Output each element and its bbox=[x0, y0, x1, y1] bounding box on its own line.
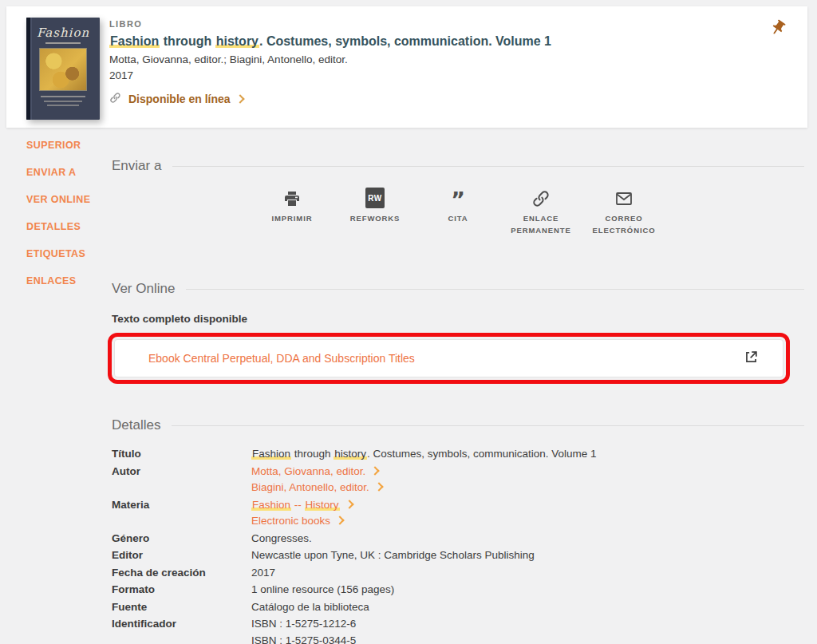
record-year: 2017 bbox=[109, 69, 752, 81]
chevron-right-icon bbox=[374, 483, 383, 492]
book-cover-thumbnail: Fashion bbox=[26, 18, 100, 120]
detail-value: Motta, Giovanna, editor. Biagini, Antone… bbox=[251, 464, 382, 496]
highlighted-term: Fashion bbox=[251, 499, 291, 511]
ebook-central-link[interactable]: Ebook Central Perpetual, DDA and Subscri… bbox=[148, 352, 744, 365]
availability-link-icon bbox=[109, 92, 121, 106]
detail-row-formato: Formato 1 online resource (156 pages) bbox=[112, 582, 804, 599]
author-link[interactable]: Motta, Giovanna, editor. bbox=[251, 464, 365, 480]
detail-label: Identificador bbox=[112, 616, 251, 644]
detail-row-titulo: Título Fashion through history. Costumes… bbox=[112, 446, 804, 463]
send-to-actions: IMPRIMIR RW REFWORKS ” CITA bbox=[112, 187, 804, 236]
sidebar-item-ver-online[interactable]: VER ONLINE bbox=[26, 192, 106, 207]
chevron-right-icon bbox=[371, 466, 380, 475]
detail-row-editor: Editor Newcastle upon Tyne, UK : Cambrid… bbox=[112, 547, 804, 564]
isbn-value: ISBN : 1-5275-1212-6 bbox=[251, 616, 356, 633]
record-title: Fashion through history. Costumes, symbo… bbox=[109, 34, 752, 49]
book-cover-title: Fashion bbox=[26, 26, 100, 40]
detail-value: Newcastle upon Tyne, UK : Cambridge Scho… bbox=[251, 547, 535, 564]
permalink-icon bbox=[499, 187, 582, 208]
section-heading-view-online: Ver Online bbox=[112, 281, 804, 297]
detail-label: Editor bbox=[112, 547, 251, 564]
section-heading-send-to: Enviar a bbox=[112, 158, 804, 174]
chevron-right-icon bbox=[345, 500, 353, 508]
sidebar-item-detalles[interactable]: DETALLES bbox=[26, 219, 106, 235]
citation-icon: ” bbox=[416, 187, 499, 208]
pin-record-button[interactable] bbox=[769, 19, 787, 37]
email-button[interactable]: CORREO ELECTRÓNICO bbox=[582, 187, 665, 236]
detail-value: Fashion -- History Electronic books bbox=[251, 497, 353, 530]
sidebar-item-enlaces[interactable]: ENLACES bbox=[26, 273, 106, 289]
record-section-nav: SUPERIOR ENVIAR A VER ONLINE DETALLES ET… bbox=[26, 137, 106, 300]
detail-row-genero: Género Congresses. bbox=[112, 531, 804, 547]
details-table: Título Fashion through history. Costumes… bbox=[112, 446, 804, 644]
refworks-icon: RW bbox=[334, 187, 416, 208]
fulltext-available-label: Texto completo disponible bbox=[112, 313, 804, 325]
detail-value: Catálogo de la biblioteca bbox=[251, 599, 369, 616]
sidebar-item-enviar-a[interactable]: ENVIAR A bbox=[26, 164, 106, 180]
detail-value: ISBN : 1-5275-1212-6 ISBN : 1-5275-0344-… bbox=[251, 616, 356, 644]
detail-row-fecha: Fecha de creación 2017 bbox=[112, 565, 804, 582]
chevron-right-icon bbox=[335, 516, 344, 525]
detail-row-materia: Materia Fashion -- History Electronic bo… bbox=[112, 497, 804, 530]
detail-value: Fashion through history. Costumes, symbo… bbox=[251, 446, 596, 463]
section-divider bbox=[172, 166, 804, 167]
book-cover-art bbox=[39, 48, 87, 91]
author-link[interactable]: Biagini, Antonello, editor. bbox=[251, 480, 369, 496]
detail-label: Autor bbox=[112, 464, 251, 496]
isbn-value: ISBN : 1-5275-0344-5 bbox=[251, 633, 356, 644]
record-header-card: Fashion LIBRO Fashion through history. C… bbox=[6, 6, 807, 128]
highlighted-term: history bbox=[334, 448, 367, 460]
subject-link[interactable]: Fashion -- History bbox=[251, 497, 340, 514]
email-icon bbox=[582, 187, 665, 208]
detail-label: Género bbox=[112, 531, 251, 547]
red-highlight-annotation: Ebook Central Perpetual, DDA and Subscri… bbox=[108, 333, 790, 384]
section-send-to: Enviar a IMPRIMIR RW REF bbox=[112, 158, 804, 236]
detail-label: Formato bbox=[112, 582, 251, 599]
section-view-online: Ver Online Texto completo disponible Ebo… bbox=[112, 281, 804, 384]
record-full-view: Enviar a IMPRIMIR RW REF bbox=[112, 128, 804, 644]
section-heading-details: Detalles bbox=[112, 417, 804, 433]
detail-row-fuente: Fuente Catálogo de la biblioteca bbox=[112, 599, 804, 616]
detail-row-autor: Autor Motta, Giovanna, editor. Biagini, … bbox=[112, 464, 804, 496]
record-authors: Motta, Giovanna, editor.; Biagini, Anton… bbox=[109, 53, 752, 65]
external-link-icon bbox=[744, 350, 759, 368]
highlighted-term: History bbox=[305, 499, 340, 511]
record-info: LIBRO Fashion through history. Costumes,… bbox=[109, 19, 752, 106]
section-divider bbox=[172, 425, 804, 426]
sidebar-item-superior[interactable]: SUPERIOR bbox=[26, 137, 106, 153]
detail-row-identificador: Identificador ISBN : 1-5275-1212-6 ISBN … bbox=[112, 616, 804, 644]
highlighted-term: Fashion bbox=[109, 34, 160, 48]
highlighted-term: history bbox=[215, 34, 259, 48]
chevron-right-icon bbox=[235, 94, 244, 103]
citation-button[interactable]: ” CITA bbox=[416, 187, 499, 236]
online-resource-link-row[interactable]: Ebook Central Perpetual, DDA and Subscri… bbox=[114, 339, 783, 377]
subject-link[interactable]: Electronic books bbox=[251, 513, 330, 530]
detail-value: 2017 bbox=[251, 565, 275, 582]
refworks-button[interactable]: RW REFWORKS bbox=[334, 187, 416, 236]
section-divider bbox=[186, 289, 804, 290]
resource-type-label: LIBRO bbox=[109, 19, 752, 29]
sidebar-item-etiquetas[interactable]: ETIQUETAS bbox=[26, 246, 106, 262]
permalink-button[interactable]: ENLACE PERMANENTE bbox=[499, 187, 582, 236]
detail-value: 1 online resource (156 pages) bbox=[251, 582, 394, 599]
availability-link[interactable]: Disponible en línea bbox=[109, 92, 752, 106]
detail-value: Congresses. bbox=[251, 531, 312, 547]
print-button[interactable]: IMPRIMIR bbox=[251, 187, 334, 236]
section-details: Detalles Título Fashion through history.… bbox=[112, 417, 804, 644]
detail-label: Fuente bbox=[112, 599, 251, 616]
detail-label: Fecha de creación bbox=[112, 565, 251, 582]
highlighted-term: Fashion bbox=[251, 448, 291, 460]
detail-label: Título bbox=[112, 446, 251, 463]
detail-label: Materia bbox=[112, 497, 251, 530]
print-icon bbox=[251, 187, 334, 208]
